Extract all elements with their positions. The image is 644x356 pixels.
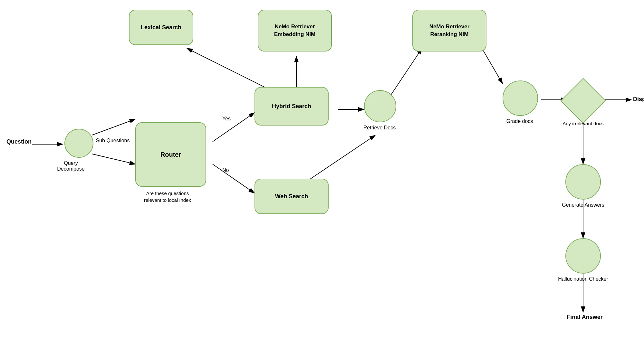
final-answer-label: Final Answer	[562, 314, 607, 321]
nemo-reranking-node: NeMo RetrieverReranking NIM	[412, 10, 486, 52]
svg-line-3	[92, 154, 135, 164]
question-label: Question	[6, 138, 32, 145]
diagram-container: Question QueryDecompose Sub Questions Ro…	[0, 0, 644, 356]
retrieve-docs-label: Retrieve Docs	[357, 125, 402, 131]
query-decompose-circle	[64, 129, 93, 158]
any-irrelevant-label: Any irrelevant docs	[551, 121, 615, 126]
generate-answers-circle	[565, 164, 601, 200]
svg-line-5	[213, 164, 255, 193]
diamond-wrapper	[565, 83, 601, 118]
hybrid-search-node: Hybrid Search	[255, 87, 329, 126]
lexical-search-node: Lexical Search	[129, 10, 193, 45]
svg-line-11	[480, 45, 503, 84]
router-node: Router	[135, 122, 206, 187]
discard-label: Disgard	[633, 96, 644, 103]
svg-line-10	[390, 48, 422, 97]
hallucination-checker-circle	[565, 238, 601, 274]
no-label: No	[222, 167, 229, 173]
hallucination-checker-label: Hallucination Checker	[551, 276, 615, 282]
grade-docs-circle	[503, 80, 538, 116]
arrows-svg	[0, 0, 644, 356]
generate-answers-label: Generate Answers	[557, 202, 609, 208]
web-search-node: Web Search	[255, 179, 329, 214]
yes-label: Yes	[222, 116, 231, 122]
retrieve-docs-circle	[364, 90, 396, 122]
svg-line-2	[92, 119, 135, 135]
grade-docs-label: Grade docs	[495, 118, 544, 124]
router-question-label: Are these questionsrelevant to local Ind…	[126, 190, 209, 203]
svg-line-4	[213, 113, 255, 142]
diamond-node	[560, 78, 606, 123]
nemo-embedding-node: NeMo RetrieverEmbedding NIM	[258, 10, 332, 52]
query-decompose-label: QueryDecompose	[50, 160, 92, 172]
sub-questions-label: Sub Questions	[92, 138, 134, 144]
